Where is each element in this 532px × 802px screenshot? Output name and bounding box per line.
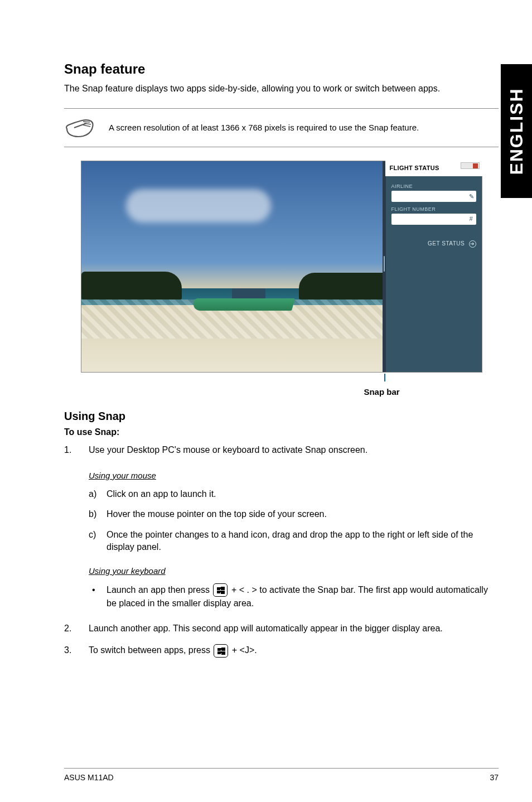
hash-icon: # — [469, 215, 472, 222]
window-controls-icon[interactable] — [461, 162, 480, 169]
svg-rect-7 — [221, 651, 225, 655]
using-snap-heading: Using Snap — [64, 410, 499, 423]
keyboard-bullet: Launch an app then press + < . > to acti… — [89, 583, 499, 611]
intro-paragraph: The Snap feature displays two apps side-… — [64, 83, 499, 95]
step-2: Launch another app. This second app will… — [64, 622, 499, 635]
snapbar-caption: Snap bar — [81, 387, 482, 397]
using-mouse-subhead: Using your mouse — [89, 470, 499, 481]
step-3: To switch between apps, press + <J>. — [64, 644, 499, 658]
get-status-button[interactable]: GET STATUS ➔ — [391, 240, 476, 248]
flightnum-field-label: FLIGHT NUMBER — [391, 206, 476, 212]
language-side-tab: ENGLISH — [501, 64, 532, 198]
page-content: Snap feature The Snap feature displays t… — [0, 0, 532, 658]
note-callout: A screen resolution of at least 1366 x 7… — [64, 108, 499, 147]
hand-note-icon — [64, 117, 95, 139]
flight-status-app-pane: FLIGHT STATUS AIRLINE ✎ FLIGHT NUMBER # … — [386, 161, 482, 372]
svg-rect-4 — [217, 648, 221, 651]
keyboard-substeps: Launch an app then press + < . > to acti… — [89, 583, 499, 611]
page-footer: ASUS M11AD 37 — [64, 768, 499, 782]
footer-page-number: 37 — [490, 773, 499, 782]
svg-rect-6 — [217, 651, 221, 654]
mouse-substeps: Click on an app to launch it. Hover the … — [89, 488, 499, 554]
language-label: ENGLISH — [506, 88, 527, 175]
snapbar-pointer — [81, 376, 482, 387]
arrow-circle-icon: ➔ — [469, 240, 476, 248]
to-use-subheading: To use Snap: — [64, 427, 499, 437]
svg-rect-3 — [221, 591, 225, 594]
footer-product: ASUS M11AD — [64, 773, 114, 782]
svg-rect-1 — [221, 587, 225, 590]
using-keyboard-subhead: Using your keyboard — [89, 565, 499, 577]
step-1: Use your Desktop PC's mouse or keyboard … — [64, 444, 499, 611]
snap-example-screenshot: FLIGHT STATUS AIRLINE ✎ FLIGHT NUMBER # … — [81, 161, 482, 373]
note-text: A screen resolution of at least 1366 x 7… — [109, 123, 419, 132]
flightnum-input[interactable]: # — [391, 214, 476, 225]
airline-field-label: AIRLINE — [391, 183, 476, 189]
pencil-icon: ✎ — [469, 193, 474, 200]
airline-input[interactable]: ✎ — [391, 191, 476, 202]
svg-rect-5 — [221, 648, 225, 651]
section-heading: Snap feature — [64, 61, 499, 77]
mouse-step-a: Click on an app to launch it. — [89, 488, 499, 500]
windows-key-icon — [214, 644, 228, 658]
svg-rect-2 — [217, 591, 220, 593]
mouse-step-c: Once the pointer changes to a hand icon,… — [89, 529, 499, 554]
windows-key-icon — [213, 583, 228, 597]
svg-rect-0 — [217, 587, 220, 590]
photos-app-pane — [81, 161, 383, 372]
mouse-step-b: Hover the mouse pointer on the top side … — [89, 508, 499, 520]
steps-list: Use your Desktop PC's mouse or keyboard … — [64, 444, 499, 658]
